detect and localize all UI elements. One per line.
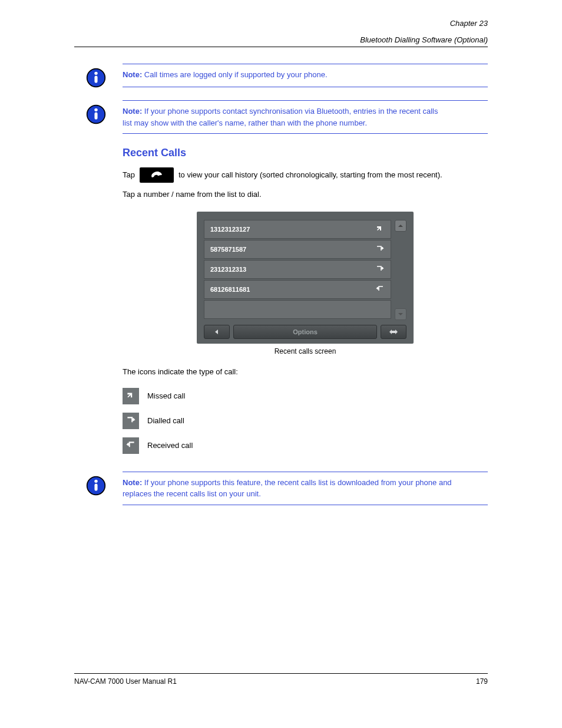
- page-header: Chapter 23 Bluetooth Dialling Software (…: [74, 35, 488, 47]
- dialled-call-icon: [375, 265, 385, 274]
- note-block-1: Note: Call times are logged only if supp…: [123, 64, 488, 87]
- chapter-label: Chapter 23: [450, 19, 488, 28]
- footer-doc-title: NAV-CAM 7000 User Manual R1: [74, 677, 177, 686]
- scroll-down-button[interactable]: [395, 308, 406, 320]
- svg-rect-8: [94, 483, 97, 490]
- intro-line: Tap to view your call history (sorted ch…: [123, 167, 488, 183]
- info-icon: [86, 104, 106, 126]
- call-number: 2312312313: [210, 266, 246, 273]
- back-softkey[interactable]: [204, 325, 230, 339]
- options-softkey[interactable]: Options: [233, 325, 377, 339]
- received-call-icon: [375, 285, 385, 294]
- recent-calls-screen: 13123123127 5875871587 231: [197, 212, 414, 344]
- call-row-empty: [204, 300, 391, 319]
- missed-call-icon: [375, 225, 385, 234]
- dial-button-icon: [140, 167, 174, 183]
- scroll-up-button[interactable]: [395, 220, 406, 232]
- missed-call-icon: [123, 388, 139, 404]
- note-text: Note: If your phone supports this featur…: [123, 477, 488, 500]
- intro-line-2: Tap a number / name from the list to dia…: [123, 189, 488, 201]
- legend-label: Missed call: [147, 391, 185, 400]
- svg-point-4: [94, 108, 97, 111]
- svg-point-1: [94, 72, 97, 75]
- legend-row-missed: Missed call: [123, 388, 488, 404]
- svg-point-7: [94, 479, 97, 482]
- svg-rect-2: [94, 76, 97, 83]
- legend-label: Dialled call: [147, 416, 184, 425]
- call-row[interactable]: 2312312313: [204, 260, 391, 279]
- call-number: 68126811681: [210, 286, 250, 293]
- header-title: Bluetooth Dialling Software (Optional): [360, 35, 488, 44]
- call-type-legend: Missed call Dialled call Received call: [123, 388, 488, 454]
- legend-row-dialled: Dialled call: [123, 413, 488, 429]
- call-number: 13123123127: [210, 226, 250, 233]
- footer-page-number: 179: [476, 677, 488, 686]
- page-footer: NAV-CAM 7000 User Manual R1 179: [74, 673, 488, 686]
- received-call-icon: [123, 437, 139, 454]
- switch-softkey[interactable]: [381, 325, 406, 339]
- figure-caption: Recent calls screen: [123, 347, 488, 355]
- note-text: Note: Call times are logged only if supp…: [123, 69, 488, 81]
- screenshot: 13123123127 5875871587 231: [123, 212, 488, 344]
- dialled-call-icon: [375, 245, 385, 254]
- call-number: 5875871587: [210, 246, 246, 253]
- call-row[interactable]: 5875871587: [204, 240, 391, 259]
- dialled-call-icon: [123, 413, 139, 429]
- note-block-2: Note: If your phone supports contact syn…: [123, 100, 488, 134]
- call-row[interactable]: 13123123127: [204, 220, 391, 239]
- legend-row-received: Received call: [123, 437, 488, 454]
- info-icon: [86, 68, 106, 90]
- note-text: Note: If your phone supports contact syn…: [123, 106, 488, 129]
- section-heading: Recent Calls: [123, 147, 488, 159]
- icons-intro: The icons indicate the type of call:: [123, 366, 488, 378]
- note-block-3: Note: If your phone supports this featur…: [123, 472, 488, 505]
- legend-label: Received call: [147, 441, 193, 450]
- call-row[interactable]: 68126811681: [204, 280, 391, 299]
- info-icon: [86, 476, 106, 498]
- svg-rect-5: [94, 113, 97, 120]
